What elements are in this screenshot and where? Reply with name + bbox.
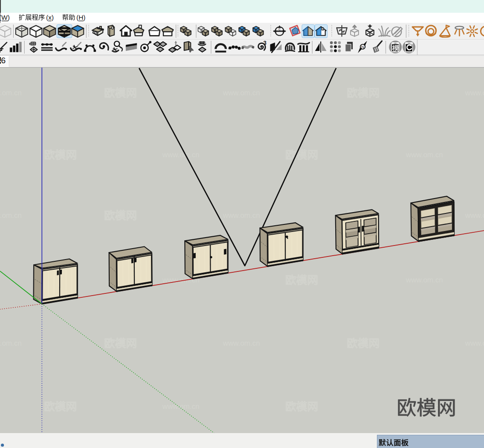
svg-text:www.om.cn: www.om.cn <box>0 211 22 219</box>
svg-text:(H): (H) <box>76 14 86 21</box>
svg-text:www.om.cn: www.om.cn <box>405 276 443 284</box>
svg-text:(x): (x) <box>46 14 54 21</box>
svg-text:www.om.cn: www.om.cn <box>0 89 22 97</box>
svg-text:3: 3 <box>263 40 266 46</box>
svg-text:N: N <box>361 45 364 49</box>
svg-text:www.om.cn: www.om.cn <box>0 339 22 347</box>
svg-text:www.om.cn: www.om.cn <box>162 151 199 159</box>
svg-text:C: C <box>279 28 281 31</box>
svg-text:www.om.cn: www.om.cn <box>465 89 484 97</box>
svg-text:www.om.cn: www.om.cn <box>405 151 443 159</box>
svg-text:www.om.cn: www.om.cn <box>222 211 260 219</box>
svg-text:www.om.cn: www.om.cn <box>222 339 260 347</box>
svg-text:www.om.cn: www.om.cn <box>465 211 484 219</box>
svg-text:(W): (W) <box>0 14 10 21</box>
svg-text:www.om.cn: www.om.cn <box>162 402 199 410</box>
svg-text:www.om.cn: www.om.cn <box>222 89 260 97</box>
svg-text:www.om.cn: www.om.cn <box>465 339 484 347</box>
